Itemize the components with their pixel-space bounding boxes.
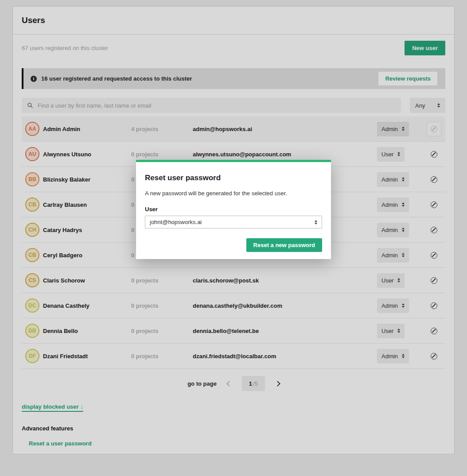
updown-arrows-icon (315, 220, 317, 224)
modal-description: A new password will be generated for the… (145, 190, 322, 197)
modal-footer: Reset a new password (145, 238, 322, 252)
reset-password-submit-button[interactable]: Reset a new password (246, 238, 322, 252)
user-select[interactable]: johnt@hopsworks.ai (145, 216, 322, 228)
user-select-label: User (145, 206, 322, 213)
modal-title: Reset user password (145, 174, 322, 182)
user-select-value: johnt@hopsworks.ai (150, 219, 202, 225)
reset-password-modal: Reset user password A new password will … (136, 160, 331, 259)
